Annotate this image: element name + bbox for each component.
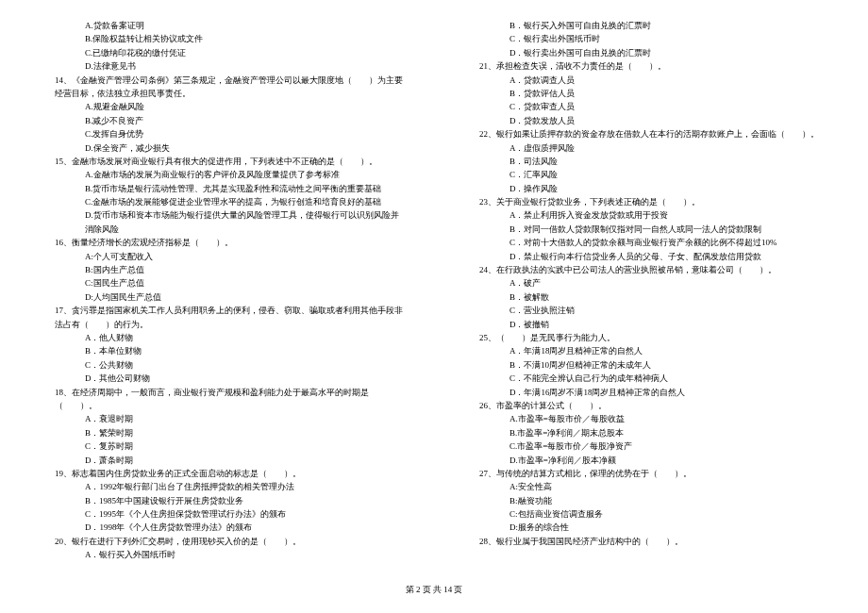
answer-option: A.贷款备案证明 xyxy=(38,19,406,32)
answer-option: B．不满10周岁但精神正常的未成年人 xyxy=(462,358,830,372)
answer-option: A．衰退时期 xyxy=(38,412,406,425)
question-text: 22、银行如果让质押存款的资金存放在借款人在本行的活期存款账户上，会面临（ ）。 xyxy=(462,127,830,141)
answer-option: A:安全性高 xyxy=(462,480,830,493)
answer-option: D.市盈率=净利润／股本净额 xyxy=(462,454,830,467)
answer-option: C．对前十大借款人的贷款余额与商业银行资产余额的比例不得超过10% xyxy=(462,236,830,249)
answer-option: A．虚假质押风险 xyxy=(462,141,830,155)
question-text: 28、银行业属于我国国民经济产业结构中的（ ）。 xyxy=(462,535,830,548)
answer-option: B:融资功能 xyxy=(462,494,830,507)
answer-option: A．他人财物 xyxy=(38,331,406,344)
left-column: A.贷款备案证明B.保险权益转让相关协议或文件C.已缴纳印花税的缴付凭证D.法律… xyxy=(38,19,406,575)
question-text: 25、（ ）是无民事行为能力人。 xyxy=(462,331,830,344)
answer-option: B．对同一借款人贷款限制仅指对同一自然人或同一法人的贷款限制 xyxy=(462,223,830,236)
answer-option: B.减少不良资产 xyxy=(38,114,406,127)
answer-option: D．被撤销 xyxy=(462,318,830,331)
answer-option: C:国民生产总值 xyxy=(38,276,406,290)
page-footer: 第 2 页 共 14 页 xyxy=(38,583,830,596)
answer-option: A．1992年银行部门出台了住房抵押贷款的相关管理办法 xyxy=(38,480,406,493)
question-text: 16、衡量经济增长的宏观经济指标是（ ）。 xyxy=(38,236,406,249)
question-text: 15、金融市场发展对商业银行具有很大的促进作用，下列表述中不正确的是（ ）。 xyxy=(38,155,406,168)
answer-option: C．复苏时期 xyxy=(38,439,406,453)
answer-option: B．1985年中国建设银行开展住房贷款业务 xyxy=(38,494,406,507)
answer-option: D．操作风险 xyxy=(462,182,830,195)
answer-option: B．繁荣时期 xyxy=(38,426,406,439)
answer-option: B:国内生产总值 xyxy=(38,263,406,276)
answer-option: A．年满18周岁且精神正常的自然人 xyxy=(462,344,830,357)
answer-option: D．其他公司财物 xyxy=(38,372,406,385)
question-text: 24、在行政执法的实践中已公司法人的营业执照被吊销，意味着公司（ ）。 xyxy=(462,263,830,276)
answer-option: D:服务的综合性 xyxy=(462,521,830,534)
answer-option: B．本单位财物 xyxy=(38,344,406,357)
answer-option: B．贷款评估人员 xyxy=(462,87,830,100)
answer-option: C．1995年《个人住房担保贷款管理试行办法》的颁布 xyxy=(38,507,406,521)
question-text: 19、标志着国内住房贷款业务的正式全面启动的标志是（ ）。 xyxy=(38,467,406,480)
answer-option: C．营业执照注销 xyxy=(462,304,830,317)
answer-option: A.金融市场的发展为商业银行的客户评价及风险度量提供了参考标准 xyxy=(38,168,406,181)
question-text: 23、关于商业银行贷款业务，下列表述正确的是（ ）。 xyxy=(462,195,830,208)
answer-option: A．禁止利用拆入资金发放贷款或用于投资 xyxy=(462,208,830,222)
question-text: 18、在经济周期中，一般而言，商业银行资产规模和盈利能力处于最高水平的时期是（ … xyxy=(38,386,406,413)
question-text: 20、银行在进行下列外汇交易时，使用现钞买入价的是（ ）。 xyxy=(38,535,406,548)
answer-option: B．被解散 xyxy=(462,290,830,304)
answer-option: D．1998年《个人住房贷款管理办法》的颁布 xyxy=(38,521,406,534)
answer-option: C.金融市场的发展能够促进企业管理水平的提高，为银行创造和培育良好的基础 xyxy=(38,195,406,208)
answer-option: A.规避金融风险 xyxy=(38,100,406,113)
answer-option: C．银行卖出外国纸币时 xyxy=(462,32,830,45)
answer-option: D.法律意见书 xyxy=(38,59,406,73)
answer-option: C.已缴纳印花税的缴付凭证 xyxy=(38,46,406,59)
answer-option: C.发挥自身优势 xyxy=(38,127,406,141)
answer-option: B.市盈率=净利润／期末总股本 xyxy=(462,426,830,439)
right-column: B．银行买入外国可自由兑换的汇票时C．银行卖出外国纸币时D．银行卖出外国可自由兑… xyxy=(462,19,830,575)
answer-option: D.保全资产，减少损失 xyxy=(38,141,406,155)
answer-option: B．司法风险 xyxy=(462,155,830,168)
answer-option: C:包括商业资信调查服务 xyxy=(462,507,830,521)
answer-option: C．不能完全辨认自己行为的成年精神病人 xyxy=(462,372,830,385)
answer-option: D．年满16周岁不满18周岁且精神正常的自然人 xyxy=(462,386,830,399)
answer-option: D．贷款发放人员 xyxy=(462,114,830,127)
answer-option: C．贷款审查人员 xyxy=(462,100,830,113)
question-text: 21、承担检查失误，清收不力责任的是（ ）。 xyxy=(462,59,830,73)
answer-option: D.货币市场和资本市场能为银行提供大量的风险管理工具，使得银行可以识别风险并消除… xyxy=(38,208,406,236)
answer-option: A．银行买入外国纸币时 xyxy=(38,548,406,561)
answer-option: D:人均国民生产总值 xyxy=(38,290,406,304)
answer-option: B.货币市场是银行流动性管理、尤其是实现盈利性和流动性之间平衡的重要基础 xyxy=(38,182,406,195)
answer-option: D．禁止银行向本行信贷业务人员的父母、子女、配偶发放信用贷款 xyxy=(462,250,830,263)
answer-option: B.保险权益转让相关协议或文件 xyxy=(38,32,406,45)
answer-option: A:个人可支配收入 xyxy=(38,250,406,263)
question-text: 14、《金融资产管理公司条例》第三条规定，金融资产管理公司以最大限度地（ ）为主… xyxy=(38,74,406,101)
question-text: 17、贪污罪是指国家机关工作人员利用职务上的便利，侵吞、窃取、骗取或者利用其他手… xyxy=(38,304,406,331)
answer-option: A．贷款调查人员 xyxy=(462,74,830,87)
answer-option: A．破产 xyxy=(462,276,830,290)
answer-option: B．银行买入外国可自由兑换的汇票时 xyxy=(462,19,830,32)
answer-option: D．银行卖出外国可自由兑换的汇票时 xyxy=(462,46,830,59)
answer-option: A.市盈率=每股市价／每股收益 xyxy=(462,412,830,425)
question-text: 26、市盈率的计算公式（ ）。 xyxy=(462,399,830,412)
answer-option: C．汇率风险 xyxy=(462,168,830,181)
question-text: 27、与传统的结算方式相比，保理的优势在于（ ）。 xyxy=(462,467,830,480)
answer-option: D．萧条时期 xyxy=(38,454,406,467)
answer-option: C．公共财物 xyxy=(38,358,406,372)
answer-option: C.市盈率=每股市价／每股净资产 xyxy=(462,439,830,453)
